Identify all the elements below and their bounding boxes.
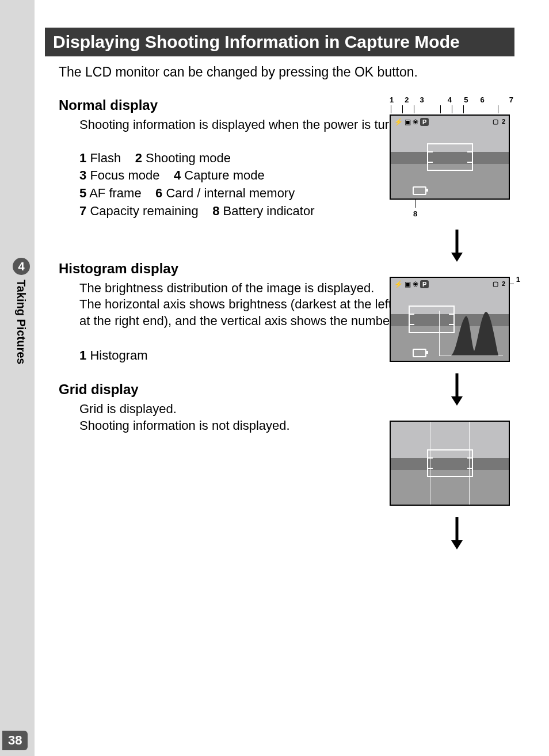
card-icon: ▢ <box>493 118 498 125</box>
macro-icon: ❀ <box>413 280 418 288</box>
legend-num: 4 <box>174 168 181 182</box>
legend-text: Shooting mode <box>146 151 231 165</box>
drive-icon: ▣ <box>405 280 411 288</box>
capacity-value: 2 <box>502 280 505 287</box>
legend-text: Histogram <box>90 348 147 362</box>
svg-marker-1 <box>451 253 463 262</box>
callout-num: 5 <box>464 96 468 104</box>
af-frame <box>427 449 473 477</box>
mode-p-icon: P <box>420 280 429 288</box>
legend-text: Capture mode <box>184 168 264 182</box>
lcd-histogram: ⚡ ▣ ❀ P ▢ 2 <box>390 277 510 362</box>
left-rail: 4 Taking Pictures 38 <box>0 0 35 756</box>
svg-marker-5 <box>451 540 463 549</box>
legend-text: Capacity remaining <box>90 204 198 218</box>
macro-icon: ❀ <box>413 118 418 126</box>
page: 4 Taking Pictures 38 Displaying Shooting… <box>0 0 549 756</box>
legend-num: 1 <box>79 348 86 362</box>
callout-num: 2 <box>405 96 409 104</box>
callout-num: 3 <box>420 96 424 104</box>
page-title: Displaying Shooting Information in Captu… <box>45 28 514 56</box>
chapter-marker: 4 Taking Pictures <box>13 258 30 364</box>
legend-num: 2 <box>135 151 142 165</box>
svg-marker-3 <box>451 396 463 406</box>
legend-num: 3 <box>79 168 86 182</box>
af-frame <box>427 143 473 171</box>
capacity-value: 2 <box>502 118 505 125</box>
intro-text: The LCD monitor can be changed by pressi… <box>45 64 514 80</box>
flash-icon: ⚡ <box>394 280 403 288</box>
callout-num: 1 <box>390 96 394 104</box>
legend-num: 1 <box>79 151 86 165</box>
callout-row-top: 1 2 3 4 5 6 7 <box>385 96 514 104</box>
card-icon: ▢ <box>493 280 498 287</box>
lcd-top-icons: ⚡ ▣ ❀ P <box>394 118 429 126</box>
legend-num: 7 <box>79 204 86 218</box>
callout-8: 8 <box>350 209 480 218</box>
flash-icon: ⚡ <box>394 118 403 126</box>
diagram-column: 1 2 3 4 5 6 7 ⚡ ▣ ❀ P ▢ 2 <box>385 96 514 564</box>
tick-row <box>385 105 514 114</box>
lcd-grid <box>390 421 510 506</box>
lcd-top-right: ▢ 2 <box>493 280 505 288</box>
battery-icon <box>413 349 426 357</box>
legend-text: AF frame <box>89 186 141 200</box>
mode-p-icon: P <box>420 118 429 126</box>
legend-num: 8 <box>212 204 219 218</box>
legend-num: 5 <box>79 186 86 200</box>
lcd-top-right: ▢ 2 <box>493 118 505 125</box>
legend-text: Card / internal memory <box>166 186 295 200</box>
legend-num: 6 <box>155 186 162 200</box>
legend-text: Battery indicator <box>223 204 315 218</box>
lcd-normal: ⚡ ▣ ❀ P ▢ 2 <box>390 114 510 200</box>
lcd-top-icons: ⚡ ▣ ❀ P <box>394 280 429 288</box>
legend-text: Focus mode <box>90 168 159 182</box>
callout-hist-1: 1 <box>516 275 520 284</box>
chapter-label: Taking Pictures <box>14 280 28 364</box>
callout-num: 4 <box>448 96 452 104</box>
histogram-graph <box>439 311 503 356</box>
chapter-number: 4 <box>13 258 30 275</box>
page-number: 38 <box>2 731 28 750</box>
legend-text: Flash <box>90 151 121 165</box>
battery-icon <box>413 186 426 195</box>
drive-icon: ▣ <box>405 118 411 126</box>
callout-num: 7 <box>509 96 513 104</box>
lcd-histogram-wrapper: 1 ⚡ ▣ ❀ P ▢ 2 <box>385 277 514 362</box>
callout-num: 6 <box>480 96 484 104</box>
